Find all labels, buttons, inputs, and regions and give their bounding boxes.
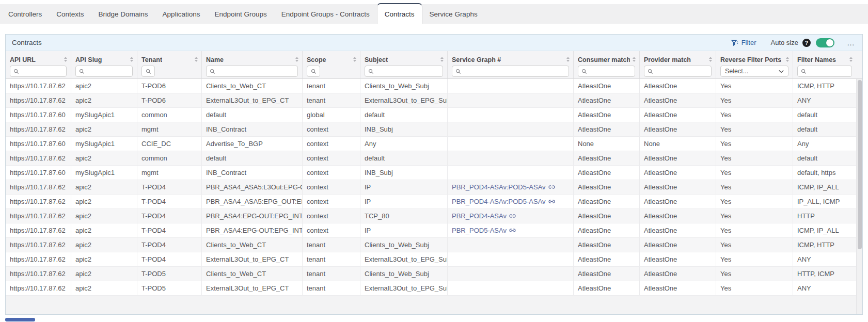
filter-button[interactable]: Filter: [731, 39, 756, 46]
cell-filter-names: HTTP, ICMP: [793, 267, 856, 281]
table-row[interactable]: https://10.17.87.60mySlugApic1mgmtINB_Co…: [6, 166, 862, 180]
subject-filter-text[interactable]: [376, 67, 440, 75]
provider-match-filter-input[interactable]: [644, 66, 712, 77]
column-header-consumer-match[interactable]: Consumer match: [574, 51, 640, 64]
table-row[interactable]: https://10.17.87.62apic2T-POD6Clients_to…: [6, 79, 862, 93]
table-row[interactable]: https://10.17.87.62apic2T-POD4PBR_ASA4:E…: [6, 209, 862, 223]
tab-endpoint-groups[interactable]: Endpoint Groups: [207, 4, 274, 24]
column-header-reverse-filter-ports[interactable]: Reverse Filter Ports: [716, 51, 793, 64]
table-row[interactable]: https://10.17.87.62apic2commondefaultcon…: [6, 151, 862, 166]
column-header-name[interactable]: Name: [202, 51, 303, 64]
table-row[interactable]: https://10.17.87.62apic2T-POD6ExternalL3…: [6, 93, 862, 108]
cell-tenant: mgmt: [137, 122, 202, 136]
sort-icon[interactable]: [440, 57, 444, 62]
autosize-label: Auto size: [771, 39, 798, 46]
table-row[interactable]: https://10.17.87.62apic2mgmtINB_Contract…: [6, 122, 862, 137]
cell-filter-names: Any: [793, 137, 856, 151]
cell-filter-names: HTTP: [793, 209, 856, 223]
tab-bridge-domains[interactable]: Bridge Domains: [91, 4, 155, 24]
column-header-provider-match[interactable]: Provider match: [640, 51, 716, 64]
column-header-service-graph[interactable]: Service Graph #: [448, 51, 574, 64]
more-menu-button[interactable]: …: [847, 40, 855, 45]
sort-icon[interactable]: [709, 57, 712, 62]
horizontal-scrollbar[interactable]: [0, 317, 868, 322]
scope-filter-input[interactable]: [307, 66, 320, 77]
api-slug-filter-input[interactable]: [75, 66, 133, 77]
table-row[interactable]: https://10.17.87.62apic2T-POD4PBR_ASA4_A…: [6, 195, 862, 209]
select-value: Select...: [725, 68, 748, 75]
horizontal-scrollbar-thumb[interactable]: [5, 318, 35, 321]
tenant-filter-input[interactable]: [141, 66, 155, 77]
provider-match-filter-text[interactable]: [656, 67, 709, 75]
sort-icon[interactable]: [64, 57, 67, 62]
cell-name: ExternalL3Out_to_EPG_CT: [202, 252, 303, 266]
table-row[interactable]: https://10.17.87.60mySlugApic1commondefa…: [6, 108, 862, 122]
name-filter-input[interactable]: [206, 66, 298, 77]
cell-provider-match: AtleastOne: [640, 267, 716, 281]
cell-scope: context: [303, 209, 360, 223]
api-url-filter-text[interactable]: [22, 67, 64, 75]
service-graph-link[interactable]: PBR_POD4-ASAv: [452, 209, 516, 223]
tab-applications[interactable]: Applications: [155, 4, 208, 24]
column-header-filter-names[interactable]: Filter Names: [793, 51, 856, 64]
column-header-api-slug[interactable]: API Slug: [71, 51, 137, 64]
sort-icon[interactable]: [849, 57, 853, 62]
vertical-scrollbar[interactable]: [856, 79, 862, 314]
cell-tenant: T-POD4: [137, 238, 202, 252]
api-slug-filter-text[interactable]: [87, 67, 130, 75]
consumer-match-filter-input[interactable]: [578, 66, 635, 77]
sort-icon[interactable]: [353, 57, 356, 62]
table-row[interactable]: https://10.17.87.62apic2T-POD4Clients_to…: [6, 238, 862, 252]
reverse-filter-ports-filter-select[interactable]: Select...: [720, 66, 788, 77]
cell-service-graph: PBR_POD4-ASAv:POD5-ASAv: [448, 195, 574, 208]
table-row[interactable]: https://10.17.87.62apic2T-POD4PBR_ASA4:E…: [6, 223, 862, 238]
filter-names-filter-input[interactable]: [797, 66, 852, 77]
tab-contracts[interactable]: Contracts: [377, 3, 422, 24]
cell-scope: context: [303, 223, 360, 237]
cell-scope: tenant: [303, 252, 360, 266]
service-graph-link[interactable]: PBR_POD5-ASAv: [452, 223, 516, 237]
tab-service-graphs[interactable]: Service Graphs: [422, 4, 485, 24]
vertical-scrollbar-thumb[interactable]: [858, 80, 862, 249]
filter-cell-tenant: [137, 64, 202, 78]
cell-service-graph: [448, 281, 574, 295]
consumer-match-filter-text[interactable]: [590, 67, 633, 75]
sort-icon[interactable]: [786, 57, 789, 62]
sort-icon[interactable]: [295, 57, 298, 62]
table-row[interactable]: https://10.17.87.62apic2T-POD5ExternalL3…: [6, 281, 862, 296]
column-label: Consumer match: [578, 56, 630, 63]
column-header-tenant[interactable]: Tenant: [137, 51, 202, 64]
table-row[interactable]: https://10.17.87.62apic2T-POD5Clients_to…: [6, 267, 862, 281]
cell-filter-names: ICMP, HTTP: [793, 238, 856, 252]
sort-icon[interactable]: [633, 57, 636, 62]
filter-cell-filter-names: [793, 64, 856, 78]
column-header-api-url[interactable]: API URL: [6, 51, 71, 64]
cell-name: PBR_ASA4_ASA5:L3Out:EPG-OUT: [202, 180, 303, 194]
service-graph-link[interactable]: PBR_POD4-ASAv:POD5-ASAv: [452, 180, 555, 194]
help-icon[interactable]: ?: [802, 39, 811, 47]
name-filter-text[interactable]: [218, 67, 295, 75]
filter-names-filter-text[interactable]: [809, 67, 849, 75]
sort-icon[interactable]: [566, 57, 570, 62]
table-row[interactable]: https://10.17.87.62apic2T-POD4ExternalL3…: [6, 252, 862, 267]
tab-endpoint-groups-contracts[interactable]: Endpoint Groups - Contracts: [274, 4, 377, 24]
cell-consumer-match: AtleastOne: [574, 166, 640, 180]
tab-strip: ControllersContextsBridge DomainsApplica…: [0, 0, 868, 24]
column-header-scope[interactable]: Scope: [303, 51, 360, 64]
tab-contexts[interactable]: Contexts: [49, 4, 91, 24]
api-url-filter-input[interactable]: [10, 66, 67, 77]
autosize-toggle[interactable]: [816, 38, 834, 47]
service-graph-filter-input[interactable]: [452, 66, 569, 77]
cell-scope: context: [303, 180, 360, 194]
sort-icon[interactable]: [130, 57, 133, 62]
sort-icon[interactable]: [195, 57, 198, 62]
column-header-subject[interactable]: Subject: [360, 51, 448, 64]
service-graph-filter-text[interactable]: [464, 67, 566, 75]
subject-filter-input[interactable]: [365, 66, 443, 77]
table-row[interactable]: https://10.17.87.60mySlugApic1CCIE_DCAdv…: [6, 137, 862, 151]
search-icon: [79, 69, 85, 74]
table-row[interactable]: https://10.17.87.62apic2T-POD4PBR_ASA4_A…: [6, 180, 862, 195]
service-graph-link[interactable]: PBR_POD4-ASAv:POD5-ASAv: [452, 195, 555, 208]
cell-service-graph: [448, 151, 574, 165]
tab-controllers[interactable]: Controllers: [1, 4, 49, 24]
